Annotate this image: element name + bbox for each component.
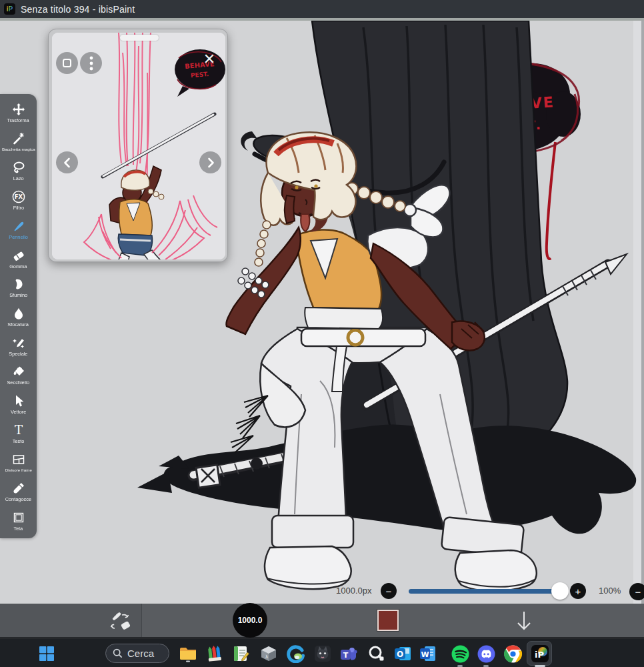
brush-size-minus-button[interactable]: − — [381, 583, 397, 599]
panel-drag-handle[interactable] — [120, 35, 159, 41]
blur-drop-icon — [11, 306, 26, 321]
move-icon — [11, 102, 26, 117]
svg-text:iP: iP — [535, 650, 544, 660]
tool-label: Secchiello — [7, 380, 30, 386]
magic-wand-icon — [11, 131, 26, 146]
brush-size-label: 1000.0px — [336, 586, 372, 596]
tool-label: Sfocatura — [8, 321, 29, 327]
tool-panel: Trasforma Bacchetta magica LazoFX Filtro… — [0, 94, 37, 538]
svg-text:λ: λ — [265, 654, 268, 660]
taskbar-file-explorer-icon[interactable] — [178, 644, 198, 664]
tool-tela[interactable]: Tela — [0, 506, 37, 536]
canvas-icon — [11, 510, 26, 525]
window-title: Senza titolo 394 - ibisPaint — [21, 4, 135, 15]
title-bar: iP Senza titolo 394 - ibisPaint — [0, 0, 644, 18]
current-color-swatch[interactable] — [377, 610, 399, 631]
tool-sfumino[interactable]: Sfumino — [0, 273, 37, 302]
tool-label: Filtro — [13, 205, 23, 210]
tool-label: Gomma — [9, 263, 27, 269]
smudge-icon — [11, 277, 26, 291]
special-pen-icon — [11, 336, 26, 350]
start-button[interactable] — [37, 644, 56, 663]
tool-label: Sfumino — [9, 293, 27, 298]
brush-size-slider[interactable] — [409, 589, 565, 594]
zoom-minus-button[interactable]: − — [629, 583, 644, 600]
brush-size-value: 1000.0 — [238, 616, 263, 625]
taskbar-gray-cube-icon[interactable]: λ — [259, 644, 279, 664]
tool-lazo[interactable]: Lazo — [0, 156, 37, 185]
tool-label: Tela — [14, 526, 23, 532]
lasso-icon — [11, 160, 26, 175]
zoom-brush-row: 1000.0px − + 100% − — [0, 580, 644, 603]
tool-label: Trasforma — [7, 117, 29, 123]
windows-taskbar: Cerca λTOWiP — [0, 639, 644, 667]
taskbar-notes-doc-icon[interactable] — [231, 644, 251, 664]
svg-text:T: T — [14, 424, 22, 437]
brush-icon — [11, 219, 26, 233]
navigator-panel[interactable]: BEHAVE PEST. — [48, 29, 228, 262]
prev-arrow-button[interactable] — [56, 151, 78, 173]
svg-text:O: O — [397, 650, 403, 659]
tool-testo[interactable]: T Testo — [0, 419, 37, 448]
tool-secchiello[interactable]: Secchiello — [0, 361, 37, 390]
svg-text:T: T — [343, 651, 349, 660]
panel-menu-button[interactable] — [80, 52, 102, 74]
slider-thumb[interactable] — [551, 582, 569, 600]
tool-label: Vettore — [11, 410, 26, 415]
taskbar-ibispaint-icon[interactable]: iP — [530, 644, 550, 664]
taskbar-chrome-icon[interactable] — [503, 644, 523, 664]
bucket-icon — [11, 364, 26, 379]
search-icon — [113, 648, 123, 658]
vector-cursor-icon — [11, 394, 26, 408]
search-input[interactable]: Cerca — [105, 644, 169, 663]
tool-label: Divisore frame — [5, 468, 31, 473]
brush-eraser-swap-icon[interactable] — [109, 611, 131, 634]
ibispaint-logo-icon: iP — [4, 3, 15, 15]
taskbar-spotify-icon[interactable] — [450, 644, 470, 664]
tool-divisore[interactable]: Divisore frame — [0, 448, 37, 478]
tool-gomma[interactable]: Gomma — [0, 244, 37, 273]
search-placeholder: Cerca — [127, 648, 154, 659]
eraser-icon — [11, 248, 26, 263]
tool-label: Bacchetta magica — [2, 147, 35, 152]
tool-filtro[interactable]: FX Filtro — [0, 185, 37, 215]
close-icon[interactable]: ✕ — [201, 51, 218, 68]
tool-vettore[interactable]: Vettore — [0, 390, 37, 419]
navigator-thumbnail[interactable]: BEHAVE PEST. — [52, 33, 225, 259]
frame-divider-icon — [11, 452, 26, 467]
tool-label: Testo — [13, 438, 25, 444]
next-arrow-button[interactable] — [199, 151, 221, 173]
tool-label: Speciale — [9, 351, 27, 356]
taskbar-art-pencils-icon[interactable] — [203, 644, 223, 664]
taskbar-cat-app-icon[interactable] — [313, 644, 333, 664]
bottom-command-bar: 1000.0 — [0, 604, 644, 639]
taskbar-discord-icon[interactable] — [476, 644, 496, 664]
text-icon: T — [11, 423, 26, 438]
tool-sfocatura[interactable]: Sfocatura — [0, 302, 37, 331]
brush-size-preview[interactable]: 1000.0 — [233, 603, 267, 638]
eyedropper-icon — [11, 481, 26, 496]
tool-bacchetta[interactable]: Bacchetta magica — [0, 127, 37, 157]
tool-label: Lazo — [13, 176, 24, 181]
tool-pennello[interactable]: Pennello — [0, 215, 37, 244]
tool-label: Pennello — [9, 234, 28, 239]
svg-text:W: W — [421, 650, 429, 659]
tool-contagocce[interactable]: Contagocce — [0, 478, 37, 507]
svg-text:FX: FX — [14, 193, 23, 200]
fullscreen-button[interactable] — [56, 52, 78, 74]
fx-icon: FX — [11, 189, 26, 204]
taskbar-teams-icon[interactable]: T — [339, 644, 359, 664]
tool-trasforma[interactable]: Trasforma — [0, 98, 37, 127]
collapse-arrow-icon[interactable] — [515, 610, 533, 634]
brush-size-plus-button[interactable]: + — [570, 583, 586, 599]
taskbar-blue-swirl-icon[interactable] — [286, 644, 306, 664]
taskbar-word-icon[interactable]: W — [418, 644, 438, 664]
taskbar-outlook-icon[interactable]: O — [393, 644, 413, 664]
tool-label: Contagocce — [5, 497, 31, 502]
zoom-percent-label: 100% — [599, 586, 621, 596]
canvas-workspace[interactable]: BEHAVE PEST. — [0, 21, 644, 604]
tool-speciale[interactable]: Speciale — [0, 331, 37, 361]
taskbar-q-search-icon[interactable] — [366, 644, 386, 664]
